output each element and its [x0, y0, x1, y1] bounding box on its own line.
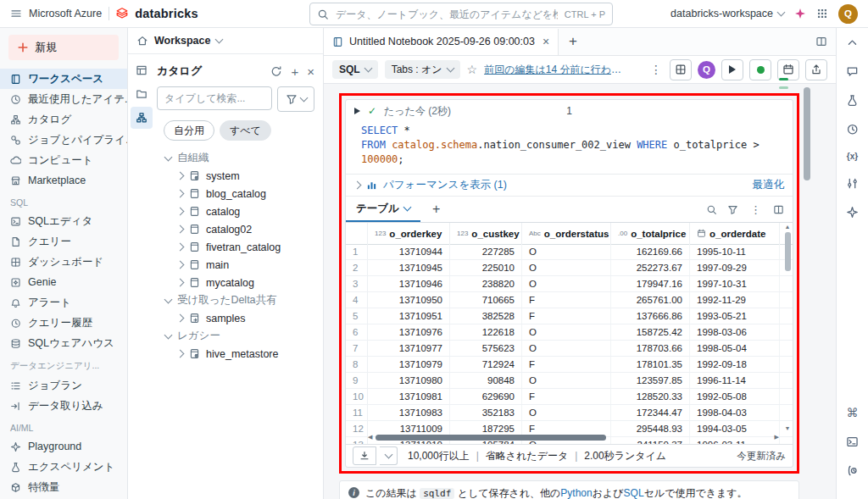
assistant-sparkle-icon[interactable]	[794, 8, 806, 19]
user-avatar[interactable]: Q	[838, 4, 858, 24]
sidebar-item-workspace[interactable]: ワークスペース	[0, 69, 127, 89]
catalog-tree-item[interactable]: hive_metastore	[157, 345, 314, 363]
global-search-input[interactable]	[334, 8, 559, 21]
run-all-button[interactable]	[721, 59, 743, 80]
results-kebab-icon[interactable]: ⋮	[748, 203, 763, 216]
terminal-icon[interactable]	[846, 435, 859, 448]
catalog-tree-item[interactable]: catalog02	[157, 220, 314, 238]
scrollbar-thumb[interactable]	[376, 435, 606, 441]
filter-button[interactable]	[277, 86, 314, 112]
sidebar-item-features[interactable]: 特徴量	[0, 477, 127, 497]
assistant-icon[interactable]	[846, 206, 859, 219]
table-row[interactable]: 313710946238820O179947.161997-10-31	[346, 276, 793, 292]
sidebar-item-queries[interactable]: クエリー	[0, 231, 127, 252]
run-cell-button[interactable]	[354, 108, 360, 114]
table-view-tab[interactable]: テーブル	[346, 197, 420, 222]
code-editor[interactable]: SELECT *FROM catalog.schema.nation_consu…	[346, 122, 793, 174]
catalog-panel-icon[interactable]	[131, 107, 153, 129]
compute-status-button[interactable]	[749, 59, 771, 80]
schedule-button[interactable]	[777, 59, 799, 80]
experiments-icon[interactable]	[846, 94, 859, 107]
catalog-tree-item[interactable]: fivetran_catalog	[157, 238, 314, 256]
download-button[interactable]	[353, 446, 376, 465]
chevron-right-icon[interactable]	[353, 181, 362, 190]
table-row[interactable]: 713710977575623O178703.661998-05-04	[346, 341, 793, 357]
notebook-tab[interactable]: Untitled Notebook 2025-09-26 09:00:03 ×	[324, 29, 559, 55]
catalog-tree-item[interactable]: system	[157, 167, 314, 185]
refresh-icon[interactable]	[270, 65, 282, 77]
tabs-toggle[interactable]: Tabs : オン	[385, 60, 460, 79]
table-row[interactable]: 513710951382528F137666.861993-05-21	[346, 308, 793, 324]
sidebar-item-alerts[interactable]: アラート	[0, 292, 127, 313]
catalog-tree-group[interactable]: レガシー	[157, 327, 314, 345]
hamburger-menu-icon[interactable]	[10, 8, 22, 19]
main-scrollbar-thumb[interactable]	[804, 87, 810, 180]
sidebar-item-marketplace[interactable]: Marketplace	[0, 170, 127, 191]
column-header-o_custkey[interactable]: 123o_custkey	[450, 223, 522, 244]
column-header-o_orderdate[interactable]: o_orderdate	[690, 223, 780, 244]
workspace-panel-header[interactable]: Workspace	[128, 28, 323, 54]
catalog-tree-item[interactable]: main	[157, 256, 314, 274]
filter-results-icon[interactable]	[727, 204, 738, 215]
performance-link[interactable]: パフォーマンスを表示 (1)	[383, 178, 507, 192]
sidebar-item-jobs-pipelines[interactable]: ジョブとパイプライ...	[0, 130, 127, 150]
new-tab-button[interactable]: +	[559, 33, 587, 50]
download-options-button[interactable]	[380, 446, 398, 465]
scroll-down-arrow[interactable]: ▼	[785, 425, 791, 432]
optimize-link[interactable]: 最適化	[753, 178, 785, 192]
catalog-tree-group[interactable]: 受け取ったDelta共有	[157, 291, 314, 309]
variable-explorer-icon[interactable]: {x}	[847, 152, 858, 161]
collapse-panel-icon[interactable]	[846, 36, 859, 49]
folder-icon[interactable]	[131, 83, 153, 105]
share-button[interactable]	[805, 59, 827, 80]
dashboard-button[interactable]	[670, 59, 692, 80]
catalog-search-input[interactable]	[157, 86, 272, 110]
python-link[interactable]: Python	[560, 487, 592, 499]
favorite-star-icon[interactable]: ☆	[467, 63, 478, 76]
sidebar-item-data-ingestion[interactable]: データ取り込み	[0, 396, 127, 416]
catalog-tree-item[interactable]: samples	[157, 309, 314, 327]
close-panel-icon[interactable]: ×	[307, 64, 314, 79]
sidebar-item-playground[interactable]: Playground	[0, 436, 127, 457]
catalog-tree-group[interactable]: 自組織	[157, 149, 314, 167]
table-row[interactable]: 613710976122618O158725.421998-03-06	[346, 324, 793, 341]
environment-icon[interactable]	[846, 177, 859, 190]
workspace-files-icon[interactable]	[131, 59, 153, 81]
table-vertical-scrollbar[interactable]: ▲▼	[783, 224, 792, 432]
column-header-o_totalprice[interactable]: .00o_totalprice	[611, 223, 690, 244]
sidebar-item-sql-warehouses[interactable]: SQLウェアハウス	[0, 333, 127, 353]
add-visualization-button[interactable]: +	[420, 202, 452, 217]
sidebar-item-dashboards[interactable]: ダッシュボード	[0, 252, 127, 272]
shortcuts-icon[interactable]: ⌘	[847, 406, 859, 419]
table-horizontal-scrollbar[interactable]: ◀▶	[368, 433, 779, 441]
sidebar-item-genie[interactable]: Genie	[0, 272, 127, 292]
results-columns-icon[interactable]	[773, 204, 784, 215]
sidebar-item-query-history[interactable]: クエリー履歴	[0, 313, 127, 333]
layout-columns-icon[interactable]	[815, 36, 827, 47]
table-row[interactable]: 413710950710665F265761.001992-11-29	[346, 292, 793, 308]
table-row[interactable]: 113710944227285O162169.661995-10-11	[346, 244, 793, 260]
filter-chip-0[interactable]: 自分用	[164, 120, 214, 141]
sql-link[interactable]: SQL	[624, 487, 644, 499]
language-selector[interactable]: SQL	[332, 60, 378, 79]
apps-grid-icon[interactable]	[816, 8, 828, 19]
table-row[interactable]: 1013710981629690F128520.331992-05-08	[346, 389, 793, 405]
filter-chip-1[interactable]: すべて	[220, 120, 271, 141]
search-results-icon[interactable]	[706, 204, 717, 215]
scroll-left-arrow[interactable]: ◀	[368, 434, 372, 441]
catalog-tree-item[interactable]: mycatalog	[157, 274, 314, 291]
catalog-tree-item[interactable]: blog_catalog	[157, 185, 314, 202]
sidebar-item-catalog[interactable]: カタログ	[0, 109, 127, 130]
table-row[interactable]: 1113710983352183O172344.471998-04-03	[346, 405, 793, 421]
sidebar-item-job-runs[interactable]: ジョブラン	[0, 375, 127, 396]
kebab-menu-icon[interactable]: ⋮	[648, 63, 664, 76]
sidebar-item-sql-editor[interactable]: SQLエディタ	[0, 211, 127, 231]
scrollbar-thumb[interactable]	[785, 232, 791, 271]
sidebar-item-recents[interactable]: 最近使用したアイテ...	[0, 89, 127, 109]
close-tab-icon[interactable]: ×	[542, 35, 549, 48]
add-catalog-icon[interactable]: +	[291, 64, 298, 79]
comments-icon[interactable]	[846, 65, 859, 78]
collaborator-avatar[interactable]: Q	[698, 61, 715, 79]
table-row[interactable]: 213710945225010O252273.671997-09-29	[346, 260, 793, 276]
scroll-up-arrow[interactable]: ▲	[785, 224, 791, 230]
